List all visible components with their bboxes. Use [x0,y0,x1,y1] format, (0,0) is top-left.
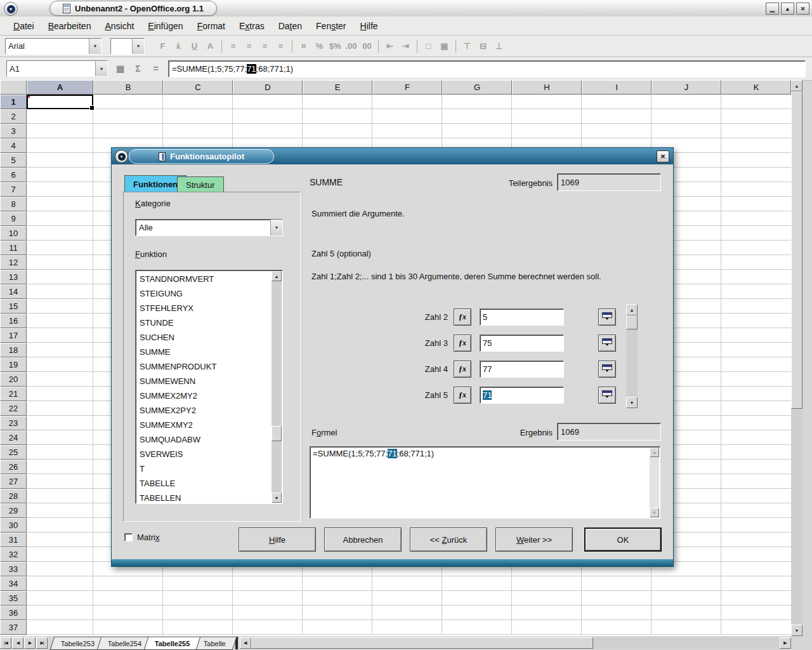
scroll-down-icon[interactable]: ▼ [791,625,802,636]
shrink-button[interactable] [598,361,616,378]
first-sheet-button[interactable]: |◀ [0,637,11,649]
bold-icon[interactable]: F [155,39,171,54]
scroll-right-icon[interactable]: ▶ [780,637,791,649]
row-header-1[interactable]: 1 [0,95,27,109]
selected-cell-a1[interactable] [27,95,93,109]
fx-button[interactable]: ƒx [454,335,471,352]
last-sheet-button[interactable]: ▶| [36,637,48,649]
sheet-tab-tabelle255[interactable]: Tabelle255 [144,637,201,650]
dialog-close-icon[interactable]: ✕ [657,150,669,162]
argument-input[interactable]: 71 [480,387,564,404]
menu-format[interactable]: Format [190,18,232,34]
column-header-f[interactable]: F [372,80,442,95]
argument-input[interactable]: 5 [480,308,564,326]
increase-indent-icon[interactable]: ⇥ [398,39,414,54]
function-list-item[interactable]: SUCHEN [137,330,271,345]
percent-format-icon[interactable]: % [311,39,327,54]
previous-sheet-button[interactable]: ◀ [12,637,23,649]
align-bottom-icon[interactable]: ⊥ [491,39,507,54]
scroll-up-icon[interactable]: ▲ [791,80,802,91]
row-header-17[interactable]: 17 [0,328,27,343]
row-header-19[interactable]: 19 [0,357,27,372]
fill-handle[interactable] [89,105,95,110]
decrease-indent-icon[interactable]: ⇤ [382,39,398,54]
function-icon[interactable]: = [148,62,164,76]
row-header-27[interactable]: 27 [0,474,27,489]
delete-decimal-icon[interactable]: 00 [359,39,375,54]
row-header-16[interactable]: 16 [0,314,27,328]
row-header-20[interactable]: 20 [0,372,27,387]
font-name-input[interactable] [6,39,89,54]
select-all-corner[interactable] [0,80,27,95]
column-header-h[interactable]: H [512,80,582,95]
menu-fenster[interactable]: Fenster [309,18,353,34]
vertical-scrollbar-thumb[interactable] [791,91,802,409]
list-scroll-down-icon[interactable]: ▼ [272,493,282,503]
row-header-5[interactable]: 5 [0,153,27,168]
formula-input[interactable]: =SUMME(1;5;75;77;71;68;771;1) [168,60,806,77]
function-list-item[interactable]: STUNDE [137,315,271,330]
column-header-j[interactable]: J [652,80,721,95]
standard-format-icon[interactable]: $% [327,39,343,54]
row-header-9[interactable]: 9 [0,211,27,226]
category-combo[interactable]: Alle ▼ [135,219,283,236]
shrink-button[interactable] [598,335,616,352]
function-list-scrollbar[interactable]: ▲ ▼ [272,271,282,503]
dialog-tab-struktur[interactable]: Struktur [177,176,224,192]
row-header-7[interactable]: 7 [0,182,27,197]
ok-button[interactable]: OK [584,527,662,552]
row-header-13[interactable]: 13 [0,270,27,284]
shrink-button[interactable] [598,387,616,404]
row-header-23[interactable]: 23 [0,416,27,430]
cell-reference-input[interactable] [7,61,95,76]
sum-icon[interactable]: Σ [130,62,146,76]
fx-button[interactable]: ƒx [454,308,471,326]
function-list-item[interactable]: SUMMENPRODUKT [137,359,271,374]
menu-datei[interactable]: Datei [6,18,41,34]
column-header-a[interactable]: A [27,80,93,95]
row-header-10[interactable]: 10 [0,226,27,241]
row-header-2[interactable]: 2 [0,109,27,124]
argument-scroll-up-icon[interactable]: ▲ [626,304,638,315]
fx-button[interactable]: ƒx [454,387,471,404]
italic-icon[interactable]: k [171,39,187,54]
column-header-g[interactable]: G [442,80,512,95]
add-decimal-icon[interactable]: .00 [343,39,359,54]
formula-textarea[interactable]: =SUMME(1;5;75;77;71;68;771;1) ▲ ▼ [310,446,660,519]
horizontal-scrollbar-thumb[interactable] [251,637,593,649]
scroll-left-icon[interactable]: ◀ [240,637,251,649]
window-title-pill[interactable]: Unbenannt2 - OpenOffice.org 1.1 [49,1,217,16]
row-header-37[interactable]: 37 [0,620,27,635]
column-header-c[interactable]: C [163,80,233,95]
row-header-18[interactable]: 18 [0,343,27,357]
row-header-31[interactable]: 31 [0,533,27,547]
currency-format-icon[interactable]: ¤ [296,39,311,54]
column-header-k[interactable]: K [721,80,791,95]
function-list-item[interactable]: STANDNORMVERT [137,272,271,286]
row-header-34[interactable]: 34 [0,576,27,591]
function-list-item[interactable]: SUMMEXMY2 [137,418,271,432]
function-list-item[interactable]: SUMQUADABW [137,432,271,447]
function-list-item[interactable]: T [137,461,271,476]
row-header-15[interactable]: 15 [0,299,27,314]
align-right-icon[interactable]: ≡ [257,39,273,54]
column-header-e[interactable]: E [303,80,372,95]
function-list-item[interactable]: SUMMEX2PY2 [137,403,271,418]
fx-button[interactable]: ƒx [454,361,471,378]
function-list-item[interactable]: STFEHLERYX [137,301,271,315]
row-header-22[interactable]: 22 [0,401,27,416]
row-header-11[interactable]: 11 [0,241,27,255]
list-scroll-up-icon[interactable]: ▲ [272,271,282,281]
function-autopilot-icon[interactable]: ▦ [112,62,128,76]
vertical-scrollbar[interactable]: ▲ ▼ [791,80,802,636]
next-sheet-button[interactable]: ▶ [24,637,36,649]
menu-extras[interactable]: Extras [232,18,272,34]
font-name-combo[interactable]: ▼ [5,38,102,55]
close-button[interactable]: ✕ [796,3,809,15]
align-center-vertical-icon[interactable]: ⊟ [475,39,491,54]
function-list-item[interactable]: SVERWEIS [137,447,271,461]
list-scrollbar-thumb[interactable] [272,426,282,441]
align-justify-icon[interactable]: ≡ [273,39,289,54]
function-list-item[interactable]: SUMMEX2MY2 [137,388,271,403]
menu-hilfe[interactable]: Hilfe [353,18,385,34]
